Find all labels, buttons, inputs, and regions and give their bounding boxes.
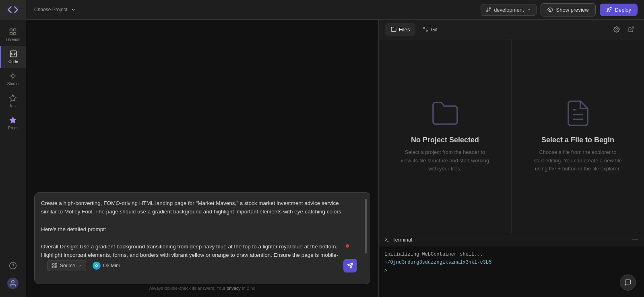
settings-button[interactable] xyxy=(610,23,623,36)
sidebar-threads-label: Threads xyxy=(6,37,21,42)
chat-input-box[interactable]: Create a high-converting, FOMO-driving H… xyxy=(34,192,370,284)
sidebar-item-igs[interactable]: Igs xyxy=(0,90,26,112)
threads-icon xyxy=(9,28,17,36)
svg-point-9 xyxy=(12,75,14,78)
chat-input-text[interactable]: Create a high-converting, FOMO-driving H… xyxy=(41,199,350,260)
svg-rect-21 xyxy=(55,266,57,268)
chat-area: Create a high-converting, FOMO-driving H… xyxy=(26,20,378,297)
privacy-link[interactable]: privacy xyxy=(227,286,241,291)
sidebar-prem-label: Prem xyxy=(8,126,18,130)
sidebar-item-help[interactable] xyxy=(0,258,26,274)
no-project-desc: Select a project from the header to view… xyxy=(401,148,489,173)
model-selector[interactable]: O O3 Mini xyxy=(89,260,123,271)
terminal-line-1: Initializing WebContainer shell... xyxy=(384,250,638,258)
topbar-actions: development Show preview Deploy xyxy=(481,3,644,16)
chat-footer-note: Always double-check its answers. Your pr… xyxy=(34,284,370,291)
choose-project-button[interactable]: Choose Project xyxy=(26,7,481,12)
sidebar-item-prem[interactable]: Prem xyxy=(0,112,26,134)
panel-split: No Project Selected Select a project fro… xyxy=(379,39,644,233)
prem-icon xyxy=(9,116,17,124)
sidebar: Threads Code Studio xyxy=(0,20,26,297)
chat-input-container: Create a high-converting, FOMO-driving H… xyxy=(26,188,378,297)
right-panel-tabs: Files Git xyxy=(379,20,644,39)
terminal-header: Terminal — xyxy=(379,233,644,246)
sidebar-item-threads[interactable]: Threads xyxy=(0,24,26,46)
gear-icon xyxy=(613,26,620,33)
git-branch-icon xyxy=(486,7,491,12)
source-chevron-icon xyxy=(78,264,82,268)
chevron-down-icon xyxy=(70,7,76,12)
source-selector[interactable]: Source xyxy=(47,260,86,271)
main-content: Threads Code Studio xyxy=(0,20,644,297)
avatar xyxy=(7,278,19,289)
right-panel: Files Git xyxy=(378,20,644,297)
svg-point-17 xyxy=(12,281,14,283)
source-grid-icon xyxy=(52,263,58,268)
user-icon xyxy=(9,279,17,287)
chat-messages[interactable] xyxy=(26,20,378,188)
sidebar-item-code[interactable]: Code xyxy=(0,46,26,68)
chat-input-footer: Source O O3 Mini xyxy=(47,259,357,272)
sidebar-igs-label: Igs xyxy=(10,104,15,108)
show-preview-button[interactable]: Show preview xyxy=(541,3,596,16)
svg-rect-19 xyxy=(55,264,57,265)
svg-rect-20 xyxy=(53,266,54,268)
svg-line-28 xyxy=(631,27,634,30)
sidebar-item-studio[interactable]: Studio xyxy=(0,68,26,90)
tab-files-label: Files xyxy=(399,27,410,33)
studio-icon xyxy=(9,72,17,80)
env-label: development xyxy=(494,7,524,13)
env-selector[interactable]: development xyxy=(481,4,536,16)
svg-point-27 xyxy=(616,29,617,30)
source-label: Source xyxy=(60,263,75,268)
terminal-line-2: ~/0jnd3rdurg3sduzzngikszna1x3hkl-c3b5 xyxy=(384,258,638,266)
no-project-title: No Project Selected xyxy=(411,136,479,144)
folder-icon xyxy=(431,99,460,129)
external-link-icon xyxy=(628,26,634,33)
rocket-icon xyxy=(606,7,612,12)
choose-project-label: Choose Project xyxy=(34,7,67,12)
file-panel: No Project Selected Select a project fro… xyxy=(379,39,512,233)
terminal-label: Terminal xyxy=(392,237,412,243)
topbar: Choose Project development Show preview xyxy=(0,0,644,20)
svg-point-25 xyxy=(423,27,425,29)
files-icon xyxy=(391,27,396,32)
chat-scrollbar[interactable] xyxy=(365,199,367,254)
terminal-icon xyxy=(384,237,390,242)
svg-point-3 xyxy=(549,9,551,10)
tab-git[interactable]: Git xyxy=(417,23,443,36)
env-chevron-icon xyxy=(526,7,531,12)
svg-rect-6 xyxy=(10,33,12,35)
code-icon xyxy=(9,50,17,58)
git-icon xyxy=(423,27,428,32)
svg-rect-7 xyxy=(14,33,16,35)
terminal-minimize-button[interactable]: — xyxy=(632,236,638,243)
tab-git-label: Git xyxy=(431,27,438,33)
deploy-button[interactable]: Deploy xyxy=(600,4,638,16)
app-logo xyxy=(0,0,26,20)
terminal-line-3: > xyxy=(384,267,638,275)
svg-rect-4 xyxy=(10,29,12,31)
svg-rect-18 xyxy=(53,264,54,265)
svg-point-24 xyxy=(426,30,428,32)
terminal-section: Terminal — Initializing WebContainer she… xyxy=(379,233,644,297)
sidebar-item-avatar[interactable] xyxy=(0,274,26,293)
deploy-label: Deploy xyxy=(615,7,631,13)
terminal-body[interactable]: Initializing WebContainer shell... ~/0jn… xyxy=(379,246,644,279)
file-text-icon xyxy=(564,99,592,129)
send-button[interactable] xyxy=(343,259,357,272)
chat-bubble-button[interactable] xyxy=(620,274,636,291)
help-icon xyxy=(9,262,17,270)
sidebar-bottom xyxy=(0,258,26,297)
chat-bubble-icon xyxy=(624,279,632,286)
svg-point-15 xyxy=(10,262,17,269)
svg-point-1 xyxy=(489,8,491,9)
show-preview-label: Show preview xyxy=(556,7,589,13)
igs-icon xyxy=(9,94,17,102)
external-link-button[interactable] xyxy=(625,23,638,36)
select-file-desc: Choose a file from the explorer to start… xyxy=(534,148,622,173)
select-file-title: Select a File to Begin xyxy=(541,136,614,144)
tab-files[interactable]: Files xyxy=(385,23,415,36)
eye-icon xyxy=(547,7,553,12)
svg-point-2 xyxy=(487,10,488,12)
